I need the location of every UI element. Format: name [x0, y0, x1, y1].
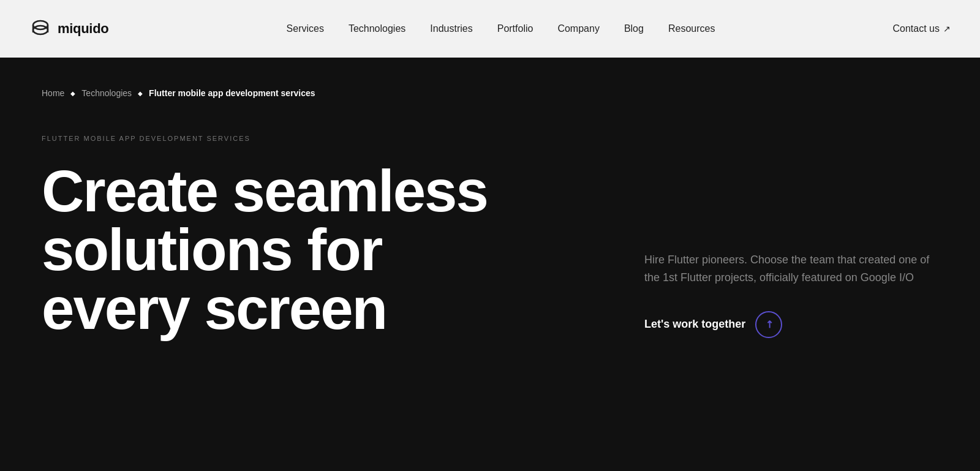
hero-content: FLUTTER MOBILE APP DEVELOPMENT SERVICES …: [42, 135, 938, 434]
nav-technologies[interactable]: Technologies: [349, 23, 405, 34]
hero-title-line1: Create seamless: [42, 158, 488, 224]
nav-portfolio[interactable]: Portfolio: [497, 23, 533, 34]
nav-services[interactable]: Services: [287, 23, 324, 34]
navbar: miquido Services Technologies Industries…: [0, 0, 980, 58]
contact-arrow-icon: ↗: [943, 24, 951, 34]
hero-eyebrow: FLUTTER MOBILE APP DEVELOPMENT SERVICES: [42, 135, 488, 142]
hero-title: Create seamless solutions for every scre…: [42, 162, 488, 338]
breadcrumb-sep-1: ◆: [70, 90, 75, 97]
breadcrumb-home[interactable]: Home: [42, 88, 64, 98]
contact-area: Contact us ↗: [893, 23, 951, 34]
hero-description: Hire Flutter pioneers. Choose the team t…: [644, 251, 938, 287]
cta-arrow-icon: ↗: [762, 317, 776, 331]
hero-title-line2: solutions for: [42, 217, 382, 282]
contact-link[interactable]: Contact us: [893, 23, 940, 34]
nav-company[interactable]: Company: [557, 23, 599, 34]
nav-resources[interactable]: Resources: [668, 23, 715, 34]
logo-text[interactable]: miquido: [58, 21, 108, 37]
nav-industries[interactable]: Industries: [430, 23, 472, 34]
logo-icon: [29, 18, 51, 40]
breadcrumb: Home ◆ Technologies ◆ Flutter mobile app…: [42, 88, 938, 98]
nav-links: Services Technologies Industries Portfol…: [287, 23, 715, 34]
hero-left: FLUTTER MOBILE APP DEVELOPMENT SERVICES …: [42, 135, 488, 338]
cta-row: Let's work together ↗: [644, 311, 938, 338]
hero-title-line3: every screen: [42, 276, 386, 341]
breadcrumb-sep-2: ◆: [138, 90, 143, 97]
hero-section: Home ◆ Technologies ◆ Flutter mobile app…: [0, 58, 980, 471]
hero-right: Hire Flutter pioneers. Choose the team t…: [644, 135, 938, 338]
breadcrumb-technologies[interactable]: Technologies: [81, 88, 132, 98]
cta-button[interactable]: ↗: [755, 311, 782, 338]
logo-area: miquido: [29, 18, 108, 40]
breadcrumb-current: Flutter mobile app development services: [149, 88, 315, 98]
cta-label: Let's work together: [644, 318, 745, 331]
nav-blog[interactable]: Blog: [624, 23, 644, 34]
